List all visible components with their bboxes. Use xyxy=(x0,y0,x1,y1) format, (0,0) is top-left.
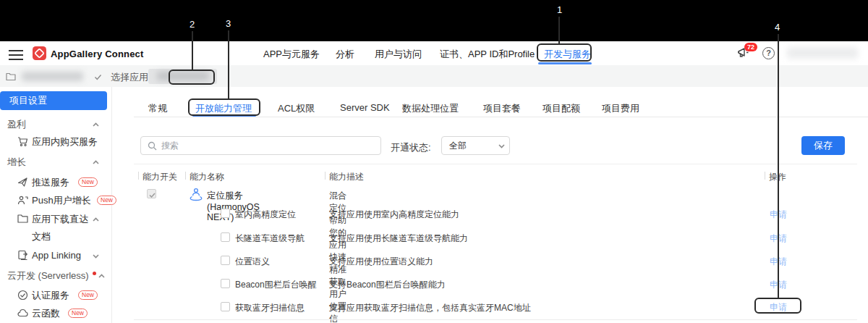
screen: AppGallery Connect APP与元服务 分析 用户与访问 证书、A… xyxy=(0,0,868,323)
sidebar-section-label: 云开发 (Serverless) xyxy=(7,269,89,283)
tab-acl[interactable]: ACL权限 xyxy=(278,102,315,115)
subrow-desc: 支持Beacon围栏后台唤醒能力 xyxy=(329,279,446,291)
top-header: AppGallery Connect APP与元服务 分析 用户与访问 证书、A… xyxy=(0,41,868,65)
nav-active-underline xyxy=(538,62,592,64)
tab-project-quota[interactable]: 项目配额 xyxy=(542,102,580,115)
subrow-checkbox[interactable] xyxy=(221,232,230,242)
tab-open-capability[interactable]: 开放能力管理 xyxy=(195,102,252,115)
sidebar-section-label: 增长 xyxy=(7,155,26,169)
chevron-up-icon xyxy=(93,160,99,164)
sidebar-item-label: Push用户增长 xyxy=(32,193,91,208)
new-badge: New xyxy=(78,177,98,187)
subrow-checkbox[interactable] xyxy=(221,256,230,265)
tab-project-package[interactable]: 项目套餐 xyxy=(483,102,521,115)
subrow-name: Beacon围栏后台唤醒 xyxy=(235,279,317,291)
user-growth-icon xyxy=(17,195,28,206)
header-tick xyxy=(325,172,326,180)
annotation-number-2: 2 xyxy=(190,20,195,29)
search-icon xyxy=(148,141,157,151)
chevron-down-icon xyxy=(93,254,99,259)
tab-project-fee[interactable]: 项目费用 xyxy=(602,102,639,115)
chevron-up-icon xyxy=(93,217,99,222)
sidebar-item-push[interactable]: 推送服务 New xyxy=(0,175,112,190)
nav-app-services[interactable]: APP与元服务 xyxy=(263,48,320,61)
annotation-number-4: 4 xyxy=(775,22,780,32)
sidebar-section-profit[interactable]: 盈利 xyxy=(0,117,112,132)
sidebar-item-download[interactable]: 应用下载直达 xyxy=(0,212,112,227)
subrow-desc: 支持应用获取蓝牙扫描信息，包括真实蓝牙MAC地址 xyxy=(329,302,531,314)
app-name-blurred xyxy=(157,72,209,80)
check-circle-icon xyxy=(17,290,28,301)
user-account-blurred[interactable] xyxy=(787,47,858,59)
annotation-line-2 xyxy=(192,31,193,70)
subrow-checkbox[interactable] xyxy=(221,279,230,288)
nav-develop-services[interactable]: 开发与服务 xyxy=(544,48,591,61)
help-icon[interactable]: ? xyxy=(762,47,775,59)
folder-icon xyxy=(17,214,28,223)
tab-server-sdk[interactable]: Server SDK xyxy=(340,102,390,113)
tab-general[interactable]: 常规 xyxy=(148,102,167,115)
annotation-number-3: 3 xyxy=(226,19,231,28)
sidebar-item-iap[interactable]: 应用内购买服务 xyxy=(0,135,112,149)
annotation-line-3 xyxy=(228,30,229,99)
appgallery-logo-icon xyxy=(33,46,46,63)
nav-certificates[interactable]: 证书、APP ID和Profile xyxy=(440,48,535,61)
subrow-desc: 支持应用使用室内高精度定位能力 xyxy=(329,209,459,221)
sidebar-item-doc[interactable]: 文档 xyxy=(0,230,112,244)
cart-icon xyxy=(17,136,28,147)
row-divider xyxy=(134,319,857,320)
subrow-name: 获取蓝牙扫描信息 xyxy=(235,302,305,314)
app-selector-blurred[interactable] xyxy=(148,69,217,84)
app-linking-icon xyxy=(17,250,28,261)
search-box xyxy=(140,136,381,155)
header-tick xyxy=(185,172,186,180)
project-name-blurred[interactable] xyxy=(22,72,83,81)
project-selected-check-icon xyxy=(94,71,102,84)
sidebar-item-label: 应用下载直达 xyxy=(32,212,88,227)
sidebar-section-serverless[interactable]: 云开发 (Serverless) xyxy=(0,269,112,283)
sidebar-item-label: App Linking xyxy=(32,248,81,263)
new-badge: New xyxy=(78,290,98,300)
sidebar-item-label: 云函数 xyxy=(32,306,60,321)
sidebar-item-push-growth[interactable]: Push用户增长 New xyxy=(0,193,112,208)
sidebar-item-project-settings[interactable]: 项目设置 xyxy=(0,91,107,110)
sidebar-section-label: 盈利 xyxy=(7,117,26,132)
save-button[interactable]: 保存 xyxy=(801,136,845,155)
sidebar-item-label: 推送服务 xyxy=(32,175,69,190)
notification-badge: 72 xyxy=(744,43,757,51)
nav-analytics[interactable]: 分析 xyxy=(336,48,354,61)
status-filter-select[interactable]: 全部 xyxy=(441,136,510,155)
nav-users-access[interactable]: 用户与访问 xyxy=(375,48,422,61)
brand-title: AppGallery Connect xyxy=(51,49,144,59)
search-input[interactable] xyxy=(161,138,364,154)
sidebar-item-cloud-functions[interactable]: 云函数 New xyxy=(0,306,112,321)
sidebar-item-label: 应用内购买服务 xyxy=(32,135,98,149)
header-tick xyxy=(138,172,139,180)
annotation-band xyxy=(0,0,868,41)
subrow-name: 室内高精度定位 xyxy=(235,209,296,221)
subrow-desc: 支持应用使用位置语义能力 xyxy=(329,256,433,268)
subrow-checkbox[interactable] xyxy=(221,209,230,218)
subrow-checkbox[interactable] xyxy=(221,302,230,311)
chevron-up-icon xyxy=(93,122,99,127)
chevron-up-icon xyxy=(98,274,105,278)
hamburger-menu-icon[interactable] xyxy=(9,47,23,63)
apply-link-boxed[interactable]: 申请 xyxy=(770,301,787,314)
red-dot-indicator xyxy=(93,272,96,275)
project-folder-icon xyxy=(6,71,16,84)
sidebar-item-app-linking[interactable]: App Linking xyxy=(0,248,112,263)
capability-checkbox-checked[interactable] xyxy=(147,189,156,198)
col-header-switch: 能力开关 xyxy=(142,171,177,183)
sidebar-section-growth[interactable]: 增长 xyxy=(0,155,112,169)
table-top-divider xyxy=(134,164,857,164)
sidebar-item-auth[interactable]: 认证服务 New xyxy=(0,288,112,303)
col-header-desc: 能力描述 xyxy=(329,171,364,183)
status-filter-value: 全部 xyxy=(449,140,467,151)
sidebar: 项目设置 盈利 应用内购买服务 增长 推送服务 New xyxy=(0,87,112,323)
tab-data-location[interactable]: 数据处理位置 xyxy=(402,102,459,115)
subrow-desc: 支持应用使用长隧道车道级导航能力 xyxy=(329,232,468,245)
status-filter-label: 开通状态: xyxy=(391,141,431,154)
annotation-number-1: 1 xyxy=(557,5,562,14)
sidebar-item-label: 文档 xyxy=(32,230,51,244)
tab-active-underline xyxy=(192,114,256,117)
